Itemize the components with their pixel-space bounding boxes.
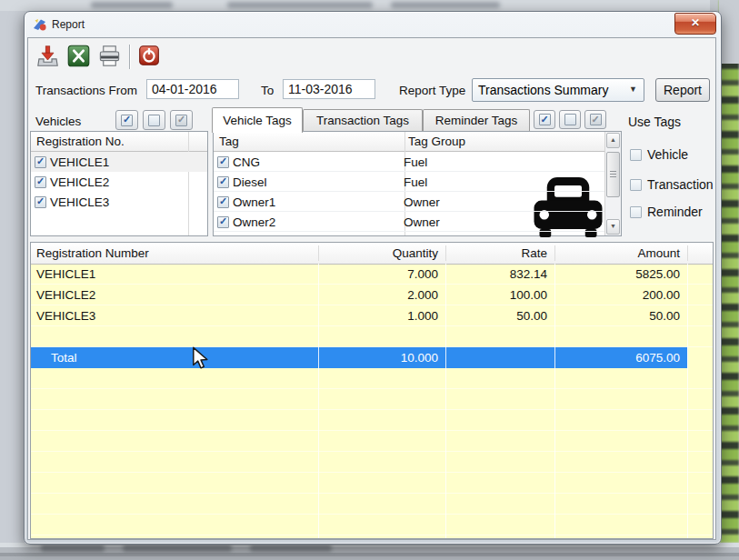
background-blur-text bbox=[41, 545, 105, 552]
table-row[interactable]: VEHICLE3 1.000 50.00 50.00 bbox=[31, 305, 713, 326]
header-divider bbox=[445, 245, 446, 261]
checkbox-indeterminate-icon bbox=[175, 115, 187, 126]
checkbox-unchecked-icon bbox=[564, 114, 576, 125]
use-tags-reminder-label: Reminder bbox=[647, 205, 703, 219]
cell-registration: VEHICLE3 bbox=[31, 305, 318, 326]
cell-rate: 100.00 bbox=[445, 285, 554, 305]
background-parent-corner bbox=[719, 0, 739, 64]
app-logo-icon bbox=[33, 17, 47, 32]
tab-transaction-tags[interactable]: Transaction Tags bbox=[303, 109, 423, 132]
tag-group: Owner bbox=[404, 215, 440, 229]
tag-name: Owner2 bbox=[233, 215, 404, 229]
scroll-down-icon[interactable]: ▼ bbox=[606, 219, 620, 235]
use-tags-transaction-option[interactable]: Transaction bbox=[630, 177, 714, 192]
tags-check-all-button[interactable] bbox=[534, 110, 555, 129]
cell-quantity: 1.000 bbox=[318, 305, 445, 326]
export-report-icon bbox=[35, 44, 60, 68]
total-rate bbox=[445, 347, 554, 368]
report-dialog: Report ✕ bbox=[24, 11, 722, 545]
column-divider bbox=[318, 264, 319, 538]
tab-vehicle-tags[interactable]: Vehicle Tags bbox=[212, 107, 303, 133]
col-empty bbox=[687, 243, 713, 264]
report-type-select[interactable]: Transactions Summary ▼ bbox=[472, 78, 644, 102]
row-divider bbox=[214, 191, 621, 192]
transactions-from-label: Transactions From bbox=[35, 84, 137, 97]
car-icon bbox=[534, 177, 603, 237]
row-divider bbox=[31, 305, 713, 305]
vehicles-uncheck-all-button[interactable] bbox=[143, 110, 165, 130]
table-row[interactable]: VEHICLE2 2.000 100.00 200.00 bbox=[31, 285, 713, 305]
checkbox-unchecked-icon[interactable] bbox=[630, 206, 642, 218]
use-tags-transaction-label: Transaction bbox=[647, 177, 714, 192]
vehicles-check-all-button[interactable] bbox=[115, 110, 138, 130]
total-row[interactable]: Total 10.000 6075.00 bbox=[31, 347, 713, 368]
checkbox-checked-icon[interactable] bbox=[35, 176, 46, 188]
row-divider bbox=[31, 346, 713, 347]
vehicles-toggle-button[interactable] bbox=[170, 110, 193, 130]
use-tags-label: Use Tags bbox=[628, 115, 681, 129]
vehicle-list-panel: Registration No. VEHICLE1 VEHICLE2 VEHIC… bbox=[30, 131, 208, 236]
use-tags-vehicle-label: Vehicle bbox=[647, 147, 688, 162]
tag-table-panel: Tag Tag Group CNG Fuel Diesel Fuel Owner… bbox=[213, 131, 622, 236]
checkbox-checked-icon[interactable] bbox=[217, 196, 229, 208]
cell-amount: 50.00 bbox=[554, 305, 687, 326]
checkbox-unchecked-icon[interactable] bbox=[630, 179, 642, 191]
total-label: Total bbox=[31, 347, 318, 368]
dialog-titlebar[interactable]: Report ✕ bbox=[25, 12, 721, 37]
from-date-input[interactable] bbox=[146, 79, 239, 99]
checkbox-checked-icon[interactable] bbox=[217, 156, 229, 168]
vehicle-name: VEHICLE2 bbox=[50, 175, 109, 189]
background-parent-titlebar bbox=[0, 0, 739, 11]
column-divider bbox=[687, 264, 688, 538]
tag-row[interactable]: CNG Fuel bbox=[214, 152, 621, 172]
export-excel-button[interactable] bbox=[65, 43, 92, 70]
background-blur-text bbox=[227, 2, 373, 8]
background-parent-statusbar bbox=[0, 543, 739, 560]
checkbox-checked-icon[interactable] bbox=[217, 176, 229, 188]
export-report-button[interactable] bbox=[34, 43, 61, 70]
row-divider bbox=[31, 325, 713, 326]
vehicle-name: VEHICLE1 bbox=[50, 155, 109, 169]
vehicle-row[interactable]: VEHICLE1 bbox=[31, 152, 207, 172]
tags-toggle-button[interactable] bbox=[584, 110, 606, 129]
checkbox-checked-icon bbox=[539, 114, 551, 125]
cell-quantity: 2.000 bbox=[318, 285, 445, 305]
checkbox-unchecked-icon[interactable] bbox=[630, 149, 642, 161]
table-row[interactable]: VEHICLE1 7.000 832.14 5825.00 bbox=[31, 264, 713, 285]
tags-uncheck-all-button[interactable] bbox=[559, 110, 581, 129]
checkbox-unchecked-icon bbox=[148, 115, 160, 126]
vehicle-row[interactable]: VEHICLE3 bbox=[31, 192, 207, 212]
checkbox-checked-icon[interactable] bbox=[217, 216, 229, 228]
vehicle-row[interactable]: VEHICLE2 bbox=[31, 172, 207, 192]
cell-rate: 50.00 bbox=[445, 305, 554, 326]
report-result-table: Registration Number Quantity Rate Amount… bbox=[30, 242, 714, 539]
cell-rate: 832.14 bbox=[445, 264, 554, 285]
scroll-up-icon[interactable]: ▲ bbox=[606, 133, 620, 148]
use-tags-reminder-option[interactable]: Reminder bbox=[630, 205, 703, 219]
row-divider bbox=[214, 231, 621, 232]
tag-table-scrollbar[interactable]: ▲ ▼ bbox=[604, 132, 621, 235]
row-divider bbox=[214, 171, 621, 172]
print-button[interactable] bbox=[95, 43, 123, 70]
col-amount: Amount bbox=[554, 243, 687, 264]
report-table-header: Registration Number Quantity Rate Amount bbox=[31, 243, 713, 265]
exit-button[interactable] bbox=[135, 43, 163, 70]
total-amount: 6075.00 bbox=[554, 347, 687, 368]
column-divider bbox=[554, 264, 555, 538]
col-rate: Rate bbox=[445, 243, 554, 264]
tag-name: CNG bbox=[233, 155, 404, 169]
table-empty-area bbox=[31, 368, 713, 538]
to-label: To bbox=[261, 84, 274, 97]
report-button[interactable]: Report bbox=[655, 78, 710, 102]
use-tags-vehicle-option[interactable]: Vehicle bbox=[630, 147, 688, 162]
checkbox-checked-icon[interactable] bbox=[35, 196, 46, 208]
vehicle-list-header: Registration No. bbox=[31, 132, 207, 152]
background-blur-text bbox=[391, 2, 500, 8]
to-date-input[interactable] bbox=[283, 79, 375, 99]
header-divider bbox=[318, 245, 319, 261]
checkbox-checked-icon[interactable] bbox=[35, 156, 46, 168]
scrollbar-thumb[interactable] bbox=[606, 152, 620, 197]
col-quantity: Quantity bbox=[318, 243, 445, 264]
tab-reminder-tags[interactable]: Reminder Tags bbox=[423, 109, 530, 132]
close-button[interactable]: ✕ bbox=[674, 13, 716, 35]
